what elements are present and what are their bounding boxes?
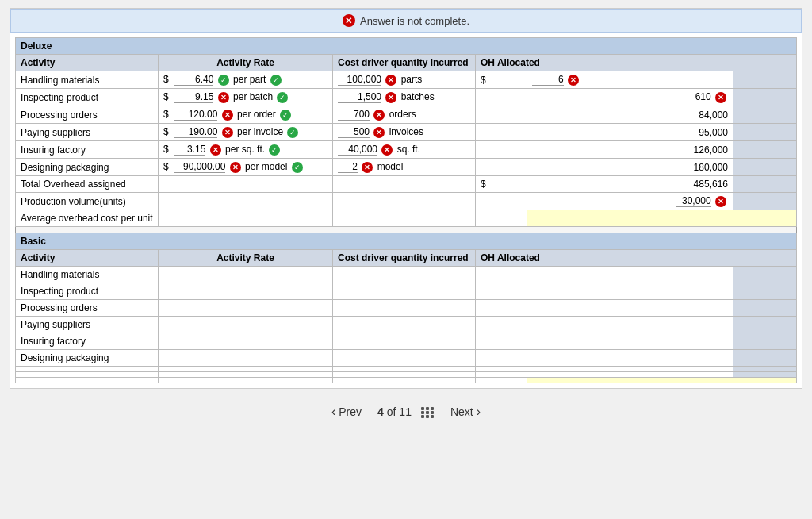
driver-cell: 2 ✕ model <box>333 159 476 176</box>
rate-input[interactable]: 120.00 <box>174 109 217 121</box>
rate-cell: $ 90,000.00 ✕ per model ✓ <box>159 159 333 176</box>
oh-dollar-cell <box>476 300 527 317</box>
col-header-rate: Activity Rate <box>159 55 333 71</box>
total-extra <box>733 176 797 193</box>
extra-cell <box>733 124 797 141</box>
driver-x-icon: ✕ <box>373 127 385 138</box>
oh-value-cell[interactable] <box>527 317 733 333</box>
driver-cell[interactable] <box>333 333 476 350</box>
oh-x-icon: ✕ <box>715 92 726 103</box>
avg-label: Average overhead cost per unit <box>16 210 159 227</box>
oh-dollar-cell <box>476 159 527 176</box>
oh-dollar-cell <box>476 141 527 159</box>
unit-check-icon: ✓ <box>277 92 288 103</box>
unit-check-icon: ✓ <box>287 127 298 138</box>
oh-dollar-cell <box>476 333 527 350</box>
extra-cell <box>733 106 797 124</box>
dollar-sign: $ <box>163 91 169 102</box>
table-row: Processing orders <box>16 300 797 317</box>
extra-cell <box>733 141 797 159</box>
rate-cell[interactable] <box>159 317 333 333</box>
rate-input[interactable]: 3.15 <box>174 144 205 156</box>
page-info: 4 of 11 <box>377 406 412 418</box>
driver-cell[interactable] <box>333 283 476 300</box>
rate-cell: $ 9.15 ✕ per batch ✓ <box>159 89 333 106</box>
rate-cell[interactable] <box>159 267 333 283</box>
driver-input[interactable]: 100,000 <box>338 74 381 86</box>
activity-cell: Inspecting product <box>16 283 159 300</box>
basic-section-header: Basic <box>16 233 797 250</box>
driver-x-icon: ✕ <box>385 75 396 86</box>
dollar-sign: $ <box>163 109 169 120</box>
col-header-extra <box>733 55 797 71</box>
unit-check-icon: ✓ <box>292 162 303 173</box>
of-label: of <box>387 406 400 418</box>
driver-cell[interactable] <box>333 300 476 317</box>
basic-col-extra <box>733 250 797 267</box>
error-icon: ✕ <box>343 14 355 27</box>
activity-cell: Handling materials <box>16 267 159 283</box>
driver-cell: 1,500 ✕ batches <box>333 89 476 106</box>
driver-cell[interactable] <box>333 350 476 367</box>
driver-input[interactable]: 500 <box>338 126 370 138</box>
rate-cell[interactable] <box>159 300 333 317</box>
avg-dollar-cell <box>476 210 527 227</box>
driver-input[interactable]: 1,500 <box>338 91 381 103</box>
next-button[interactable]: Next <box>444 402 487 422</box>
oh-value-cell[interactable] <box>527 333 733 350</box>
activity-cell: Paying suppliers <box>16 317 159 333</box>
table-row: Designing packaging <box>16 350 797 367</box>
extra-cell <box>733 71 797 89</box>
rate-input[interactable]: 90,000.00 <box>174 161 225 173</box>
driver-x-icon: ✕ <box>373 110 385 121</box>
current-page: 4 <box>377 406 384 418</box>
spacer-row <box>16 227 797 233</box>
oh-value-cell[interactable] <box>527 267 733 283</box>
oh-value-cell: 126,000 <box>527 141 733 159</box>
alert-text: Answer is not complete. <box>360 15 469 27</box>
rate-cell[interactable] <box>159 283 333 300</box>
production-x-icon: ✕ <box>715 196 726 207</box>
avg-extra-cell[interactable] <box>733 210 797 227</box>
rate-input[interactable]: 190.00 <box>174 126 217 138</box>
table-row: Processing orders $ 120.00 ✕ per order ✓… <box>16 106 797 124</box>
unit-check-icon: ✓ <box>280 110 291 121</box>
total-row: Total Overhead assigned $ 485,616 <box>16 176 797 193</box>
dollar-sign: $ <box>163 144 169 155</box>
driver-cell[interactable] <box>333 317 476 333</box>
driver-input[interactable]: 40,000 <box>338 144 377 156</box>
dollar-sign: $ <box>163 126 169 137</box>
production-input[interactable]: 30,000 <box>676 195 711 207</box>
driver-input[interactable]: 2 <box>338 161 358 173</box>
empty-row <box>16 372 797 378</box>
rate-cell[interactable] <box>159 350 333 367</box>
oh-value-cell[interactable] <box>527 350 733 367</box>
extra-cell <box>733 350 797 367</box>
driver-input[interactable]: 700 <box>338 109 370 121</box>
driver-cell[interactable] <box>333 267 476 283</box>
table-row: Inspecting product $ 9.15 ✕ per batch ✓ … <box>16 89 797 106</box>
alert-bar: ✕ Answer is not complete. <box>10 9 802 33</box>
driver-x-icon: ✕ <box>385 92 396 103</box>
oh-value-cell: 84,000 <box>527 106 733 124</box>
driver-cell: 100,000 ✕ parts <box>333 71 476 89</box>
oh-dollar-cell <box>476 267 527 283</box>
pagination: Prev 4 of 11 Next <box>10 389 802 430</box>
oh-value-cell: 6 ✕ <box>527 71 733 89</box>
rate-cell[interactable] <box>159 333 333 350</box>
rate-cell: $ 6.40 ✓ per part ✓ <box>159 71 333 89</box>
grid-nav-icon[interactable] <box>421 406 435 418</box>
table-row: Paying suppliers $ 190.00 ✕ per invoice … <box>16 124 797 141</box>
oh-input[interactable]: 6 <box>532 74 564 86</box>
rate-input[interactable]: 9.15 <box>174 91 213 103</box>
rate-x-icon: ✕ <box>210 144 221 156</box>
activity-cell: Processing orders <box>16 300 159 317</box>
prev-button[interactable]: Prev <box>325 402 368 422</box>
rate-input[interactable]: 6.40 <box>174 74 213 86</box>
oh-value-cell[interactable] <box>527 300 733 317</box>
activity-cell: Designing packaging <box>16 350 159 367</box>
avg-value-cell[interactable] <box>527 210 733 227</box>
production-driver-cell <box>333 193 476 210</box>
production-dollar-cell <box>476 193 527 210</box>
oh-value-cell[interactable] <box>527 283 733 300</box>
